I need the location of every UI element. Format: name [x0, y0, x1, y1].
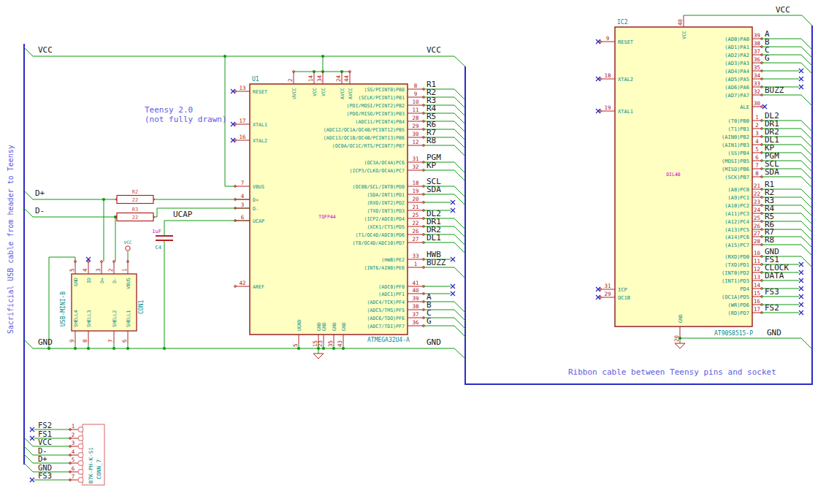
net-label-R8: R8 — [765, 235, 774, 245]
vcc-symbol-label: VCC — [124, 240, 132, 245]
pin-name-U1-5: UGND — [297, 319, 302, 331]
pin-name-IC2-39: (AD0)PA0 — [724, 37, 749, 42]
pin-num-IC2-12: 12 — [754, 266, 760, 272]
net-label-DL1: DL1 — [427, 233, 441, 243]
annotation-teensy-line1: Teensy 2.0 — [145, 105, 193, 115]
pin-num-CON1-1: 1 — [121, 268, 128, 272]
pin-num-U1-41: 41 — [412, 280, 418, 286]
footprint-U1: TQFP44 — [318, 214, 336, 220]
pin-name-IC2-28: (A15)PC7 — [724, 243, 749, 248]
pin-num-U1-30: 30 — [412, 131, 419, 137]
pin-num-U1-21: 21 — [412, 204, 418, 210]
pin-name-IC2-35: (AD4)PA4 — [724, 69, 749, 75]
pin-num-CONN_7-6: 6 — [72, 465, 75, 472]
pin-name-U1-27: (T0/OC4D/ADC10)PD7 — [353, 240, 405, 246]
pin-name-U1-30: (ADC13/OC1B/OC4B/PCINT13)PB6 — [324, 135, 405, 141]
pin-num-CON1-9: 9 — [69, 339, 75, 343]
net-label-VCC: VCC — [38, 438, 52, 446]
pin-name-IC2-6: (MOSI)PB5 — [722, 159, 749, 164]
pin-num-IC2-34: 34 — [754, 72, 761, 79]
pin-num-U1-43: 43 — [337, 340, 343, 347]
net-label-SDA: SDA — [427, 185, 441, 194]
pin-num-IC2-8: 8 — [755, 170, 759, 177]
pin-name-IC2-26: (A13)PC5 — [724, 227, 749, 233]
pin-name-IC2-22: (A9)PC1 — [727, 195, 749, 201]
pin-name-U1-37: (ADC6/TDO)PF6 — [367, 316, 405, 321]
pin-num-IC2-20: 20 — [673, 335, 680, 342]
pin-num-CONN_7-7: 7 — [72, 473, 75, 480]
pin-num-U1-14: 14 — [307, 75, 314, 82]
pin-name-IC2-14: PD4 — [740, 286, 749, 292]
pin-name-U1-26: (T1/OC4D/ADC9)PD6 — [356, 232, 405, 238]
pin-name-IC2-5: (SS)PB4 — [727, 150, 749, 156]
pin-name-U1-29: (ADC12/OC1A/OC4B/PCINT12)PB5 — [324, 127, 405, 133]
pin-name-IC2-29: OC1B — [618, 295, 630, 301]
component-con1: CON1USB-MINI-B5GND4ID3D+2D-1VBUS9SHELL48… — [60, 257, 145, 343]
pin-name-IC2-8: (SCK)PB7 — [724, 175, 749, 180]
pin-num-IC2-11: 11 — [754, 258, 760, 264]
pin-num-U1-5: 5 — [292, 343, 299, 347]
pin-num-CONN_7-2: 2 — [72, 432, 75, 438]
net-label-SDA: SDA — [765, 167, 779, 177]
pin-num-IC2-14: 14 — [754, 282, 761, 289]
pin-num-U1-25: 25 — [412, 212, 418, 218]
ground-symbols — [313, 343, 685, 359]
pin-num-IC2-29: 29 — [604, 291, 611, 297]
pin-num-IC2-10: 10 — [754, 250, 761, 256]
pin-num-IC2-35: 35 — [754, 64, 760, 71]
pin-name-U1-1: (INT6/AIN0)PE6 — [364, 265, 405, 271]
footprint-IC2: DIL40 — [666, 172, 681, 177]
component-u1: U1ATMEGA32U4-ATQFP448(SS/PCINT0)PB0R19(S… — [231, 72, 465, 347]
net-label-DATA: DATA — [765, 271, 784, 280]
pin-name-U1-10: (PDI/MOSI/PCINT2)PB2 — [347, 103, 405, 109]
pin-num-U1-20: 20 — [412, 196, 419, 202]
pin-num-U1-12: 12 — [412, 139, 418, 145]
pin-name-IC2-37: (AD2)PA2 — [724, 53, 749, 58]
pin-num-U1-7: 7 — [241, 180, 245, 186]
pin-name-U1-20: (RXD/INT2)PD2 — [367, 200, 405, 206]
ref-IC2: IC2 — [617, 19, 628, 26]
pin-num-U1-3: 3 — [241, 202, 245, 208]
pin-num-IC2-16: 16 — [754, 298, 761, 305]
annotation-sacrificial-usb: Sacrificial USB cable from header to Tee… — [6, 145, 15, 334]
pin-num-IC2-30: 30 — [754, 100, 761, 107]
pin-name-IC2-11: (TXD)PD1 — [724, 262, 749, 268]
pin-name-CON1-7: SHELL2 — [112, 310, 118, 327]
pin-name-IC2-24: (A11)PC3 — [724, 211, 749, 217]
pin-name-U1-8: (SS/PCINT0)PB0 — [364, 87, 405, 93]
ref-R2: R2 — [132, 189, 138, 195]
pin-name-IC2-9: RESET — [618, 39, 634, 45]
component-c4: 1uFC4 — [152, 229, 173, 251]
ref-CON1: CON1 — [138, 300, 145, 314]
pin-num-CON1-7: 7 — [107, 339, 114, 343]
pin-num-U1-23: 23 — [317, 340, 324, 347]
pin-name-IC2-15: (OC1A)PD5 — [722, 294, 749, 300]
pin-name-U1-13: RESET — [253, 89, 267, 95]
pin-num-U1-6: 6 — [241, 214, 245, 221]
schematic-canvas: VCCGNDD+D-UCAPVCCGNDVCCGNDVCCR222R3221uF… — [0, 0, 826, 504]
pin-num-IC2-19: 19 — [604, 104, 611, 111]
pin-num-IC2-28: 28 — [754, 238, 761, 245]
pin-num-U1-40: 40 — [412, 287, 419, 294]
pin-num-CON1-3: 3 — [95, 268, 102, 272]
net-label-vcc: VCC — [38, 45, 53, 55]
pin-name-U1-16: XTAL2 — [253, 138, 267, 144]
net-label-FS2: FS2 — [765, 303, 779, 313]
pin-name-IC2-31: ICP — [618, 287, 627, 293]
value-IC2: AT90S8515-P — [714, 330, 753, 337]
pin-name-CON1-5: GND — [73, 278, 79, 286]
net-label-FS3: FS3 — [38, 471, 52, 480]
pin-name-U1-43: GND — [341, 322, 347, 331]
pin-num-U1-35: 35 — [327, 340, 334, 347]
pin-name-CON1-6: SHELL1 — [126, 310, 131, 327]
pin-num-IC2-2: 2 — [755, 122, 759, 129]
pin-name-IC2-13: (INT1)PD3 — [722, 278, 749, 284]
pin-num-IC2-23: 23 — [754, 199, 760, 205]
pin-name-IC2-40: VCC — [681, 31, 687, 39]
ref-R3: R3 — [132, 207, 138, 213]
ref-U1: U1 — [252, 76, 259, 83]
pin-num-CONN_7-3: 3 — [72, 440, 75, 446]
pin-num-IC2-1: 1 — [755, 114, 759, 121]
pin-name-U1-32: (ICP3/CLKO/OC4A)PC7 — [350, 168, 405, 174]
pin-num-IC2-21: 21 — [754, 183, 760, 189]
